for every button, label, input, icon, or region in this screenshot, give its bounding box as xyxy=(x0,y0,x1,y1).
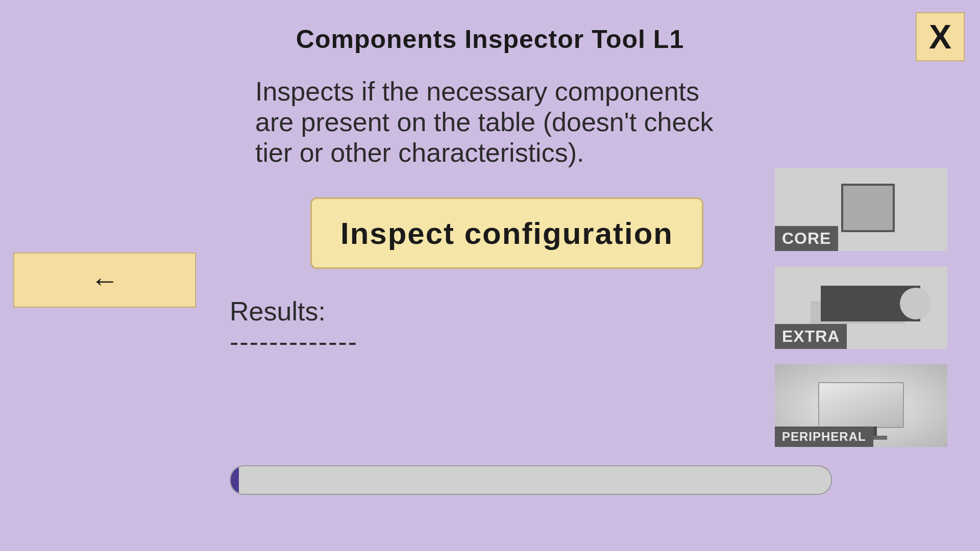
progress-bar xyxy=(230,465,832,495)
category-core-panel[interactable]: CORE xyxy=(775,168,947,251)
close-button[interactable]: X xyxy=(916,12,965,61)
results-divider: ------------- xyxy=(230,327,358,357)
category-extra-panel[interactable]: EXTRA xyxy=(775,266,947,349)
peripheral-monitor-icon xyxy=(818,382,904,428)
category-peripheral-panel[interactable]: PERIPHERAL xyxy=(775,364,947,447)
category-peripheral-label: PERIPHERAL xyxy=(775,427,873,447)
close-icon: X xyxy=(929,17,951,56)
category-core-label: CORE xyxy=(775,226,838,251)
inspect-configuration-button[interactable]: Inspect configuration xyxy=(310,197,703,269)
arrow-left-icon: ← xyxy=(90,264,119,297)
back-button[interactable]: ← xyxy=(13,253,196,308)
results-label: Results: xyxy=(230,296,326,327)
progress-fill xyxy=(231,466,239,494)
page-title: Components Inspector Tool L1 xyxy=(296,24,684,54)
core-component-icon xyxy=(841,184,895,232)
extra-component-lens xyxy=(900,288,932,319)
category-extra-label: EXTRA xyxy=(775,324,847,349)
inspect-button-label: Inspect configuration xyxy=(340,216,673,251)
description-text: Inspects if the necessary components are… xyxy=(255,77,740,168)
